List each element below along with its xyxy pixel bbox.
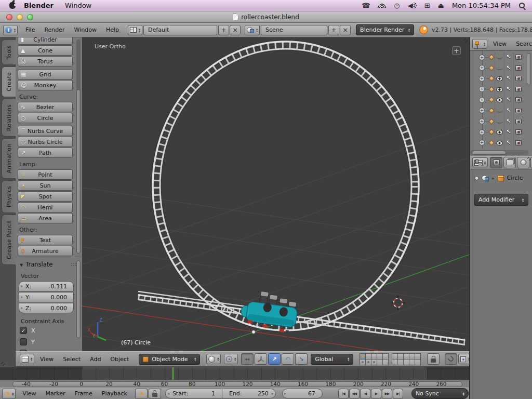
add-modifier-dropdown[interactable]: Add Modifier [474, 194, 528, 206]
keyboard-viewer-icon[interactable]: ⊞ [424, 2, 430, 9]
pivot-point-dropdown[interactable] [224, 354, 238, 364]
timeline-frame-menu[interactable]: Frame [70, 390, 97, 397]
outliner-vertical-scrollbar[interactable] [527, 53, 531, 85]
add-area-button[interactable]: ▭Area [18, 213, 73, 223]
layer-toggle[interactable] [392, 360, 397, 365]
layer-toggle[interactable] [409, 354, 415, 359]
add-cone-button[interactable]: ▲Cone [18, 45, 73, 56]
use-preview-range-button[interactable]: ◔ [135, 389, 148, 399]
collapse-triangle-icon[interactable] [20, 261, 25, 268]
minimize-window-button[interactable] [17, 14, 23, 20]
renderable-camera-icon[interactable] [515, 119, 522, 124]
apple-menu-icon[interactable] [9, 2, 16, 9]
timeline-ruler[interactable]: -40-200204060801001201401601802002202402… [0, 380, 469, 388]
viewport-shading-dropdown[interactable] [206, 354, 221, 364]
add-hemi-button[interactable]: ◠Hemi [18, 202, 73, 212]
selectable-cursor-icon[interactable]: ↖ [506, 86, 511, 92]
render-layers-tab-button[interactable] [503, 157, 516, 168]
renderable-camera-icon[interactable] [515, 97, 522, 102]
translate-manipulator-button[interactable]: ↗ [268, 353, 281, 365]
screen-layout-name-field[interactable]: Default [143, 25, 217, 35]
expand-plus-icon[interactable]: + [479, 76, 485, 82]
tool-tab-create[interactable]: Create [2, 66, 16, 97]
scene-selector-button[interactable] [245, 25, 260, 35]
tool-tab-grease-pencil[interactable]: Grease Pencil [2, 215, 16, 265]
layer-toggle[interactable] [404, 354, 409, 359]
translate-y-field[interactable]: Y: 0.000 [19, 292, 74, 302]
outliner-row[interactable]: +↖ [470, 63, 532, 74]
phone-icon[interactable]: ☎ [362, 2, 370, 9]
outliner-editor-type-button[interactable] [472, 39, 487, 49]
add-torus-button[interactable]: ◎Torus [18, 56, 73, 66]
expand-plus-icon[interactable]: + [479, 55, 485, 60]
selectable-cursor-icon[interactable]: ↖ [506, 128, 511, 135]
timeline-marker-menu[interactable]: Marker [41, 390, 70, 397]
screen-layout-selector-button[interactable] [128, 25, 142, 35]
close-window-button[interactable] [6, 14, 12, 20]
outliner-row[interactable]: +↖ [470, 52, 532, 63]
transform-orientation-dropdown[interactable]: Global [311, 354, 353, 365]
constraint-axis-checkbox[interactable]: ✓ [20, 327, 27, 334]
layer-toggle[interactable] [371, 354, 377, 359]
viewport-3d[interactable]: X Y Z User Ortho (67) Circle [82, 37, 469, 351]
menubar-clock[interactable]: Mon 10:54:34 PM [452, 2, 511, 9]
snap-element-dropdown[interactable] [458, 354, 469, 364]
info-editor-type-button[interactable] [3, 25, 18, 35]
layer-toggle[interactable] [415, 354, 420, 359]
add-grid-button[interactable]: ▦Grid [18, 69, 73, 79]
outliner-search-menu[interactable]: Search [511, 41, 532, 47]
layer-toggle[interactable] [366, 354, 371, 359]
sync-mode-dropdown[interactable]: No Sync [411, 388, 469, 399]
renderable-camera-icon[interactable] [515, 129, 522, 135]
tool-tab-animation[interactable]: Animation [2, 138, 16, 179]
layer-toggle[interactable] [366, 360, 371, 365]
info-window-menu[interactable]: Window [70, 26, 101, 33]
layer-toggle[interactable] [404, 360, 409, 365]
viewport-editor-type-button[interactable] [20, 354, 34, 364]
selectable-cursor-icon[interactable]: ↖ [506, 54, 511, 60]
layer-toggle[interactable] [392, 354, 397, 359]
add-armature-button[interactable]: ⚲Armature [18, 246, 73, 256]
info-help-menu[interactable]: Help [101, 26, 124, 33]
selectable-cursor-icon[interactable]: ↖ [506, 107, 511, 114]
visibility-eye-icon[interactable] [496, 57, 503, 59]
app-menu-blender[interactable]: Blender [24, 2, 54, 9]
add-path-button[interactable]: ↗Path [18, 148, 73, 158]
add-scene-button[interactable] [328, 25, 339, 35]
selectable-cursor-icon[interactable]: ↖ [506, 96, 511, 103]
outliner-scrollbar-thumb[interactable] [472, 151, 506, 155]
renderable-camera-icon[interactable] [515, 76, 522, 81]
view3d-object-menu[interactable]: Object [105, 356, 134, 363]
pin-icon[interactable] [473, 175, 480, 181]
add-cylinder-button[interactable]: ▮Cylinder [18, 37, 73, 45]
add-nurbs-curve-button[interactable]: ⌒Nurbs Curve [18, 126, 73, 136]
outliner-row[interactable]: +↖ [470, 127, 532, 138]
layer-toggle[interactable] [360, 360, 365, 365]
layer-toggle[interactable] [383, 360, 388, 365]
visibility-eye-icon[interactable] [496, 130, 503, 135]
expand-plus-icon[interactable]: + [479, 65, 485, 71]
layer-toggle[interactable] [398, 354, 403, 359]
info-file-menu[interactable]: File [21, 26, 39, 33]
expand-plus-icon[interactable]: + [479, 129, 485, 135]
spotlight-search-icon[interactable] [518, 2, 526, 9]
renderable-camera-icon[interactable] [515, 87, 522, 92]
wifi-icon[interactable] [378, 3, 386, 8]
visibility-eye-icon[interactable] [496, 141, 503, 145]
add-text-button[interactable]: FText [18, 235, 73, 245]
render-engine-dropdown[interactable]: Blender Render [356, 24, 414, 35]
renderable-camera-icon[interactable] [515, 65, 522, 71]
tool-tab-physics[interactable]: Physics [2, 180, 16, 213]
jump-start-button[interactable]: |◀ [338, 389, 349, 399]
region-corner-grip[interactable] [1, 358, 8, 366]
snap-toggle-button[interactable] [445, 353, 457, 365]
selectable-cursor-icon[interactable]: ↖ [506, 64, 511, 71]
timeline-playback-menu[interactable]: Playback [97, 390, 132, 397]
visibility-eye-icon[interactable] [496, 87, 503, 92]
outliner-row[interactable]: +↖ [470, 73, 532, 84]
manipulator-axes-button[interactable] [255, 353, 267, 365]
visibility-eye-icon[interactable] [496, 76, 503, 81]
expand-plus-icon[interactable]: + [479, 86, 485, 92]
outliner-horizontal-scrollbar[interactable] [470, 150, 528, 155]
start-frame-field[interactable]: Start: 1 [165, 389, 222, 398]
